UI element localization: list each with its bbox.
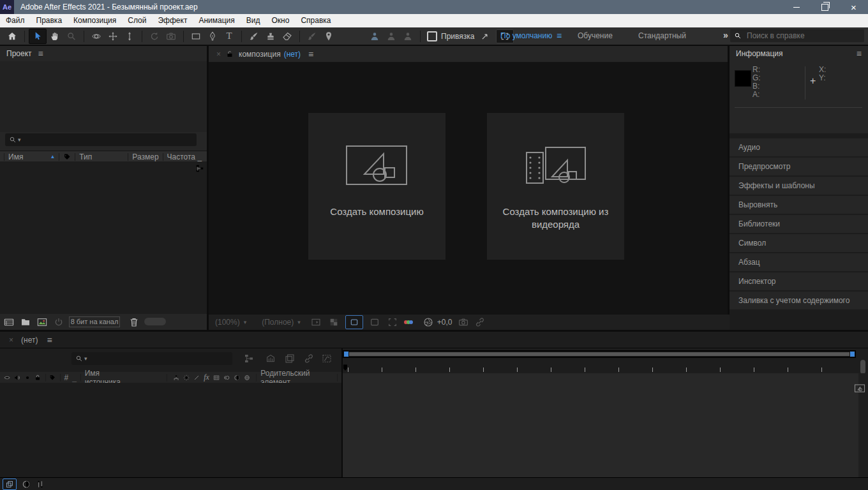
new-folder-icon[interactable] bbox=[20, 317, 31, 327]
panel-resize-pill[interactable] bbox=[144, 318, 166, 325]
motion-blur-switch-icon[interactable] bbox=[223, 374, 230, 382]
menu-view[interactable]: Вид bbox=[241, 14, 266, 27]
bit-depth-button[interactable]: 8 бит на канал bbox=[69, 316, 120, 327]
time-ruler[interactable] bbox=[348, 368, 853, 372]
layer-list-area[interactable] bbox=[0, 383, 341, 477]
menu-file[interactable]: Файл bbox=[0, 14, 31, 27]
menu-animation[interactable]: Анимация bbox=[193, 14, 240, 27]
snap-direction-icon[interactable] bbox=[477, 29, 493, 43]
solo-icon[interactable] bbox=[24, 374, 31, 382]
pen-tool[interactable] bbox=[204, 29, 221, 43]
audio-speaker-icon[interactable] bbox=[14, 374, 20, 382]
exposure-shutter-icon[interactable] bbox=[423, 317, 433, 327]
lock-column-icon[interactable] bbox=[34, 374, 41, 382]
help-search-input[interactable] bbox=[745, 31, 850, 41]
workspace-tab-standard[interactable]: Стандартный bbox=[638, 31, 686, 40]
tab-close-icon[interactable]: × bbox=[9, 336, 13, 345]
home-button[interactable] bbox=[4, 29, 20, 43]
shy-switch-icon[interactable] bbox=[173, 374, 179, 382]
panel-menu-icon[interactable]: ≡ bbox=[38, 48, 43, 59]
character-rig-tool[interactable] bbox=[366, 29, 383, 43]
frame-blend-switch-icon[interactable] bbox=[213, 374, 220, 382]
snap-checkbox[interactable] bbox=[427, 31, 437, 41]
project-search-box[interactable]: ▾ bbox=[5, 133, 197, 146]
new-composition-card[interactable]: Создать композицию bbox=[308, 113, 445, 260]
panel-tab-preview[interactable]: Предпросмотр bbox=[730, 158, 868, 175]
new-composition-icon[interactable] bbox=[37, 317, 47, 327]
roto-brush-tool[interactable] bbox=[304, 29, 320, 43]
snapshot-camera-icon[interactable] bbox=[458, 317, 468, 327]
label-color-icon[interactable] bbox=[49, 374, 56, 382]
panel-menu-icon[interactable]: ≡ bbox=[47, 335, 52, 345]
project-flowchart-icon[interactable] bbox=[195, 164, 204, 173]
collapse-transformations-icon[interactable] bbox=[183, 374, 190, 382]
snap-toggle[interactable]: Привязка bbox=[427, 31, 474, 41]
work-area-end-handle[interactable] bbox=[850, 352, 855, 357]
hand-tool[interactable] bbox=[47, 29, 63, 43]
brush-tool[interactable] bbox=[246, 29, 262, 43]
workspace-menu-icon[interactable]: ≡ bbox=[557, 31, 562, 41]
rotate-tool[interactable] bbox=[146, 29, 163, 43]
menu-edit[interactable]: Правка bbox=[31, 14, 68, 27]
composition-button-icon[interactable] bbox=[854, 383, 865, 394]
clone-stamp-tool[interactable] bbox=[262, 29, 279, 43]
label-color-icon[interactable] bbox=[63, 153, 71, 161]
panel-tab-inspector[interactable]: Инспектор bbox=[730, 272, 868, 290]
camera-tool[interactable] bbox=[163, 29, 179, 43]
sort-ascending-icon[interactable]: ▲ bbox=[50, 154, 55, 160]
effects-fx-icon[interactable]: fx bbox=[204, 373, 209, 382]
proxy-toggle-icon[interactable] bbox=[54, 317, 64, 327]
menu-window[interactable]: Окно bbox=[266, 14, 295, 27]
panel-tab-effects-presets[interactable]: Эффекты и шаблоны bbox=[730, 177, 868, 195]
work-area-bar[interactable] bbox=[343, 350, 856, 358]
timeline-tab-label[interactable]: (нет) bbox=[21, 336, 38, 345]
column-name[interactable]: Имя bbox=[8, 152, 23, 161]
selection-tool[interactable] bbox=[29, 29, 47, 44]
menu-effect[interactable]: Эффект bbox=[152, 14, 193, 27]
zoom-tool[interactable] bbox=[63, 29, 80, 43]
mask-mode-icon[interactable] bbox=[370, 317, 380, 327]
work-area-start-handle[interactable] bbox=[344, 352, 348, 357]
panel-tab-audio[interactable]: Аудио bbox=[730, 138, 868, 156]
trash-icon[interactable] bbox=[129, 317, 139, 327]
parent-link-toggle[interactable] bbox=[36, 480, 45, 489]
three-d-layer-icon[interactable] bbox=[244, 374, 250, 382]
composition-tab-label[interactable]: композиция bbox=[239, 50, 281, 59]
help-search-box[interactable] bbox=[730, 29, 864, 42]
workspace-tab-default[interactable]: По умолчанию bbox=[500, 31, 552, 40]
frame-blending-icon[interactable] bbox=[285, 353, 295, 364]
track-area[interactable] bbox=[343, 373, 858, 477]
restore-button[interactable] bbox=[811, 0, 839, 14]
minimize-button[interactable] bbox=[782, 0, 811, 14]
panel-tab-content-aware-fill[interactable]: Заливка с учетом содержимого bbox=[730, 292, 868, 309]
pan-camera-tool[interactable] bbox=[105, 29, 121, 43]
info-panel-title[interactable]: Информация bbox=[736, 49, 782, 58]
character-limb-tool[interactable] bbox=[383, 29, 400, 43]
region-of-interest-icon[interactable] bbox=[387, 317, 398, 327]
timeline-divider[interactable] bbox=[341, 348, 343, 490]
column-type[interactable]: Тип bbox=[79, 152, 92, 161]
channel-rgb-icon[interactable] bbox=[405, 320, 413, 324]
project-search-input[interactable] bbox=[21, 135, 170, 145]
timeline-search-box[interactable]: ▾ bbox=[71, 352, 232, 365]
text-tool[interactable]: T bbox=[221, 29, 237, 43]
composition-mini-flowchart-icon[interactable] bbox=[244, 353, 254, 364]
ruler-scrollbar-thumb[interactable] bbox=[860, 360, 865, 374]
layer-number-column[interactable]: # bbox=[64, 373, 68, 382]
project-bin-empty-area[interactable] bbox=[0, 61, 207, 132]
panel-tab-paragraph[interactable]: Абзац bbox=[730, 253, 868, 271]
rectangle-tool[interactable] bbox=[188, 29, 204, 43]
panel-menu-icon[interactable]: ≡ bbox=[857, 48, 862, 59]
mask-visibility-toggle[interactable] bbox=[345, 315, 363, 329]
resolution-dropdown[interactable]: (Полное)▾ bbox=[262, 318, 301, 327]
workspace-tab-learn[interactable]: Обучение bbox=[578, 31, 613, 40]
adjustment-layer-icon[interactable] bbox=[234, 374, 240, 382]
project-item-list[interactable] bbox=[0, 161, 207, 314]
work-area-range[interactable] bbox=[349, 352, 849, 356]
panel-tab-align[interactable]: Выровнять bbox=[730, 196, 868, 214]
orbit-camera-tool[interactable] bbox=[88, 29, 105, 43]
expand-layer-switches-toggle[interactable] bbox=[3, 479, 17, 490]
menu-composition[interactable]: Композиция bbox=[68, 14, 122, 27]
project-panel-title[interactable]: Проект bbox=[6, 49, 32, 58]
motion-blur-enable-icon[interactable] bbox=[304, 353, 314, 364]
